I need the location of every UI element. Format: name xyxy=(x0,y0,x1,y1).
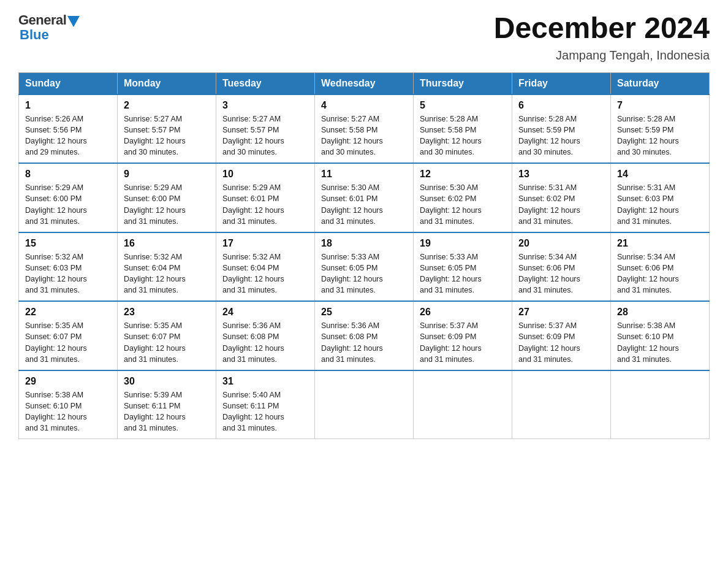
day-info: Sunrise: 5:38 AMSunset: 6:10 PMDaylight:… xyxy=(617,320,703,365)
day-number: 18 xyxy=(321,238,407,249)
day-info: Sunrise: 5:29 AMSunset: 6:00 PMDaylight:… xyxy=(124,182,210,227)
day-info: Sunrise: 5:32 AMSunset: 6:04 PMDaylight:… xyxy=(124,251,210,296)
day-info: Sunrise: 5:29 AMSunset: 6:01 PMDaylight:… xyxy=(222,182,308,227)
day-number: 10 xyxy=(222,169,308,180)
calendar-day-cell: 19Sunrise: 5:33 AMSunset: 6:05 PMDayligh… xyxy=(414,232,512,302)
calendar-day-cell: 27Sunrise: 5:37 AMSunset: 6:09 PMDayligh… xyxy=(512,301,611,370)
calendar-day-cell: 2Sunrise: 5:27 AMSunset: 5:57 PMDaylight… xyxy=(118,94,216,164)
day-info: Sunrise: 5:36 AMSunset: 6:08 PMDaylight:… xyxy=(222,320,308,365)
calendar-day-cell: 22Sunrise: 5:35 AMSunset: 6:07 PMDayligh… xyxy=(19,301,118,370)
day-info: Sunrise: 5:33 AMSunset: 6:05 PMDaylight:… xyxy=(321,251,407,296)
title-block: December 2024 Jampang Tengah, Indonesia xyxy=(494,12,710,63)
calendar-day-cell: 21Sunrise: 5:34 AMSunset: 6:06 PMDayligh… xyxy=(611,232,710,302)
day-info: Sunrise: 5:39 AMSunset: 6:11 PMDaylight:… xyxy=(124,389,210,434)
calendar-day-cell: 20Sunrise: 5:34 AMSunset: 6:06 PMDayligh… xyxy=(512,232,611,302)
logo-arrow-icon xyxy=(67,16,80,27)
calendar-day-cell: 3Sunrise: 5:27 AMSunset: 5:57 PMDaylight… xyxy=(216,94,315,164)
logo-blue-text: Blue xyxy=(18,27,49,43)
calendar-day-cell: 29Sunrise: 5:38 AMSunset: 6:10 PMDayligh… xyxy=(19,370,118,439)
day-info: Sunrise: 5:30 AMSunset: 6:01 PMDaylight:… xyxy=(321,182,407,227)
day-number: 4 xyxy=(321,100,407,111)
day-info: Sunrise: 5:35 AMSunset: 6:07 PMDaylight:… xyxy=(25,320,111,365)
day-number: 5 xyxy=(420,100,506,111)
calendar-week-row: 29Sunrise: 5:38 AMSunset: 6:10 PMDayligh… xyxy=(19,370,710,439)
day-info: Sunrise: 5:32 AMSunset: 6:03 PMDaylight:… xyxy=(25,251,111,296)
calendar-day-cell xyxy=(611,370,710,439)
day-number: 19 xyxy=(420,238,506,249)
day-number: 26 xyxy=(420,307,506,318)
day-info: Sunrise: 5:27 AMSunset: 5:57 PMDaylight:… xyxy=(124,113,210,158)
day-number: 8 xyxy=(25,169,111,180)
day-number: 9 xyxy=(124,169,210,180)
day-info: Sunrise: 5:38 AMSunset: 6:10 PMDaylight:… xyxy=(25,389,111,434)
day-info: Sunrise: 5:40 AMSunset: 6:11 PMDaylight:… xyxy=(222,389,308,434)
day-number: 1 xyxy=(25,100,111,111)
calendar-header-row: SundayMondayTuesdayWednesdayThursdayFrid… xyxy=(19,72,710,94)
calendar-week-row: 1Sunrise: 5:26 AMSunset: 5:56 PMDaylight… xyxy=(19,94,710,164)
calendar-week-row: 15Sunrise: 5:32 AMSunset: 6:03 PMDayligh… xyxy=(19,232,710,302)
logo: General Blue xyxy=(18,12,80,43)
day-number: 16 xyxy=(124,238,210,249)
day-number: 3 xyxy=(222,100,308,111)
day-info: Sunrise: 5:29 AMSunset: 6:00 PMDaylight:… xyxy=(25,182,111,227)
day-info: Sunrise: 5:31 AMSunset: 6:02 PMDaylight:… xyxy=(518,182,604,227)
logo-general-text: General xyxy=(18,12,66,28)
calendar-day-cell: 30Sunrise: 5:39 AMSunset: 6:11 PMDayligh… xyxy=(118,370,216,439)
day-info: Sunrise: 5:26 AMSunset: 5:56 PMDaylight:… xyxy=(25,113,111,158)
day-info: Sunrise: 5:37 AMSunset: 6:09 PMDaylight:… xyxy=(420,320,506,365)
calendar-day-cell: 13Sunrise: 5:31 AMSunset: 6:02 PMDayligh… xyxy=(512,163,611,232)
location-label: Jampang Tengah, Indonesia xyxy=(494,48,710,63)
day-info: Sunrise: 5:30 AMSunset: 6:02 PMDaylight:… xyxy=(420,182,506,227)
calendar-day-cell: 4Sunrise: 5:27 AMSunset: 5:58 PMDaylight… xyxy=(315,94,414,164)
day-number: 11 xyxy=(321,169,407,180)
calendar-week-row: 22Sunrise: 5:35 AMSunset: 6:07 PMDayligh… xyxy=(19,301,710,370)
calendar-day-cell: 7Sunrise: 5:28 AMSunset: 5:59 PMDaylight… xyxy=(611,94,710,164)
day-number: 29 xyxy=(25,376,111,387)
day-number: 14 xyxy=(617,169,703,180)
calendar-day-cell: 18Sunrise: 5:33 AMSunset: 6:05 PMDayligh… xyxy=(315,232,414,302)
day-number: 28 xyxy=(617,307,703,318)
day-number: 20 xyxy=(518,238,604,249)
day-number: 12 xyxy=(420,169,506,180)
day-info: Sunrise: 5:32 AMSunset: 6:04 PMDaylight:… xyxy=(222,251,308,296)
month-title: December 2024 xyxy=(494,12,710,45)
day-number: 7 xyxy=(617,100,703,111)
calendar-day-cell: 31Sunrise: 5:40 AMSunset: 6:11 PMDayligh… xyxy=(216,370,315,439)
calendar-day-cell: 23Sunrise: 5:35 AMSunset: 6:07 PMDayligh… xyxy=(118,301,216,370)
day-info: Sunrise: 5:28 AMSunset: 5:59 PMDaylight:… xyxy=(518,113,604,158)
day-info: Sunrise: 5:27 AMSunset: 5:58 PMDaylight:… xyxy=(321,113,407,158)
calendar-day-cell: 26Sunrise: 5:37 AMSunset: 6:09 PMDayligh… xyxy=(414,301,512,370)
calendar-week-row: 8Sunrise: 5:29 AMSunset: 6:00 PMDaylight… xyxy=(19,163,710,232)
day-of-week-header: Wednesday xyxy=(315,72,414,94)
calendar-day-cell: 11Sunrise: 5:30 AMSunset: 6:01 PMDayligh… xyxy=(315,163,414,232)
day-number: 31 xyxy=(222,376,308,387)
calendar-day-cell: 10Sunrise: 5:29 AMSunset: 6:01 PMDayligh… xyxy=(216,163,315,232)
day-of-week-header: Tuesday xyxy=(216,72,315,94)
day-of-week-header: Friday xyxy=(512,72,611,94)
calendar-day-cell: 5Sunrise: 5:28 AMSunset: 5:58 PMDaylight… xyxy=(414,94,512,164)
day-number: 17 xyxy=(222,238,308,249)
page-header: General Blue December 2024 Jampang Tenga… xyxy=(18,12,710,63)
day-info: Sunrise: 5:28 AMSunset: 5:59 PMDaylight:… xyxy=(617,113,703,158)
calendar-day-cell: 15Sunrise: 5:32 AMSunset: 6:03 PMDayligh… xyxy=(19,232,118,302)
calendar-day-cell: 14Sunrise: 5:31 AMSunset: 6:03 PMDayligh… xyxy=(611,163,710,232)
calendar-day-cell xyxy=(414,370,512,439)
calendar-day-cell: 16Sunrise: 5:32 AMSunset: 6:04 PMDayligh… xyxy=(118,232,216,302)
calendar-day-cell: 24Sunrise: 5:36 AMSunset: 6:08 PMDayligh… xyxy=(216,301,315,370)
calendar-day-cell xyxy=(315,370,414,439)
day-number: 13 xyxy=(518,169,604,180)
calendar-table: SundayMondayTuesdayWednesdayThursdayFrid… xyxy=(18,72,710,440)
day-info: Sunrise: 5:33 AMSunset: 6:05 PMDaylight:… xyxy=(420,251,506,296)
calendar-day-cell xyxy=(512,370,611,439)
day-number: 15 xyxy=(25,238,111,249)
calendar-day-cell: 17Sunrise: 5:32 AMSunset: 6:04 PMDayligh… xyxy=(216,232,315,302)
day-of-week-header: Saturday xyxy=(611,72,710,94)
day-of-week-header: Monday xyxy=(118,72,216,94)
day-number: 23 xyxy=(124,307,210,318)
calendar-day-cell: 6Sunrise: 5:28 AMSunset: 5:59 PMDaylight… xyxy=(512,94,611,164)
day-info: Sunrise: 5:34 AMSunset: 6:06 PMDaylight:… xyxy=(617,251,703,296)
day-number: 30 xyxy=(124,376,210,387)
day-info: Sunrise: 5:28 AMSunset: 5:58 PMDaylight:… xyxy=(420,113,506,158)
day-of-week-header: Thursday xyxy=(414,72,512,94)
calendar-day-cell: 12Sunrise: 5:30 AMSunset: 6:02 PMDayligh… xyxy=(414,163,512,232)
